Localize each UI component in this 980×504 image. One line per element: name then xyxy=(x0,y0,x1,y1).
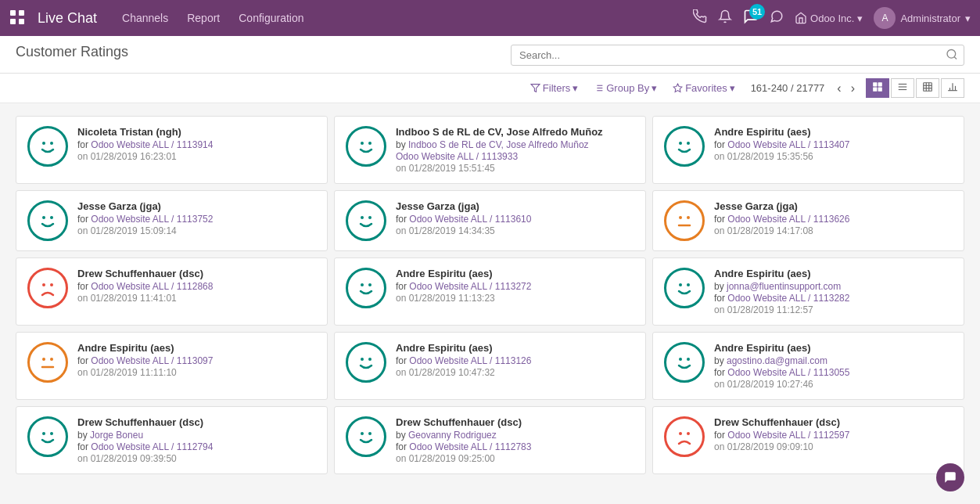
card-date: on 01/28/2019 11:12:57 xyxy=(714,304,953,315)
svg-point-47 xyxy=(679,283,682,286)
svg-point-31 xyxy=(50,142,53,145)
smiley-icon xyxy=(346,416,386,457)
rating-card[interactable]: Drew Schuffenhauer (dsc) for Odoo Websit… xyxy=(16,257,328,326)
card-link1[interactable]: Odoo Website ALL / 1113126 xyxy=(409,355,531,366)
rating-card[interactable]: Andre Espiritu (aes) for Odoo Website AL… xyxy=(16,332,328,400)
favorites-button[interactable]: Favorites ▾ xyxy=(666,80,741,96)
card-link2[interactable]: Odoo Website ALL / 1112794 xyxy=(91,441,213,452)
card-date: on 01/28/2019 11:11:10 xyxy=(77,367,316,378)
card-line1: for Odoo Website ALL / 1112868 xyxy=(77,281,316,292)
card-line1: for Odoo Website ALL / 1113407 xyxy=(714,139,953,150)
chart-view-button[interactable] xyxy=(941,78,964,98)
card-line1: by Indboo S de RL de CV, Jose Alfredo Mu… xyxy=(396,139,634,150)
card-name: Andre Espiritu (aes) xyxy=(396,268,634,279)
card-link2[interactable]: Odoo Website ALL / 1113933 xyxy=(396,151,518,162)
card-info: Jesse Garza (jga) for Odoo Website ALL /… xyxy=(77,200,316,236)
rating-card[interactable]: Drew Schuffenhauer (dsc) by Jorge Boneuf… xyxy=(16,406,328,474)
card-date: on 01/28/2019 15:35:56 xyxy=(714,151,953,162)
rating-card[interactable]: Andre Espiritu (aes) for Odoo Website AL… xyxy=(334,257,646,326)
card-date: on 01/28/2019 15:51:45 xyxy=(396,163,634,174)
card-link1[interactable]: agostino.da@gmail.com xyxy=(727,355,827,366)
phone-icon[interactable] xyxy=(693,9,707,27)
card-link1[interactable]: Geovanny Rodriguez xyxy=(408,430,497,441)
message-icon[interactable] xyxy=(770,9,784,27)
svg-point-46 xyxy=(368,283,372,286)
rating-card[interactable]: Andre Espiritu (aes) by agostino.da@gmai… xyxy=(652,332,964,400)
card-name: Andre Espiritu (aes) xyxy=(714,126,953,138)
card-date: on 01/28/2019 11:13:23 xyxy=(396,293,634,304)
menu-configuration[interactable]: Configuration xyxy=(239,12,303,24)
rating-card[interactable]: Jesse Garza (jga) for Odoo Website ALL /… xyxy=(334,190,646,251)
svg-point-59 xyxy=(368,432,372,435)
card-info: Andre Espiritu (aes) by agostino.da@gmai… xyxy=(714,342,953,390)
card-name: Drew Schuffenhauer (dsc) xyxy=(714,416,953,428)
subheader: Customer Ratings xyxy=(0,36,980,74)
user-menu[interactable]: A Administrator ▾ xyxy=(874,7,971,29)
svg-point-39 xyxy=(368,216,372,219)
card-link1[interactable]: Odoo Website ALL / 1113914 xyxy=(91,139,213,150)
search-input[interactable] xyxy=(511,45,964,66)
svg-point-36 xyxy=(42,216,45,219)
card-link1[interactable]: jonna@fluentinsupport.com xyxy=(727,281,841,292)
grid-icon[interactable] xyxy=(9,9,25,27)
rating-card[interactable]: Jesse Garza (jga) for Odoo Website ALL /… xyxy=(16,190,328,251)
card-info: Andre Espiritu (aes) by jonna@fluentinsu… xyxy=(714,268,953,315)
card-line1: for Odoo Website ALL / 1113097 xyxy=(77,355,316,366)
card-line1: for Odoo Website ALL / 1113626 xyxy=(714,214,953,225)
card-link1[interactable]: Odoo Website ALL / 1113752 xyxy=(91,214,213,225)
list-view-button[interactable] xyxy=(891,78,914,98)
svg-point-58 xyxy=(361,432,364,435)
card-line2: for Odoo Website ALL / 1112783 xyxy=(396,441,634,452)
search-bar xyxy=(511,45,964,66)
card-link2[interactable]: Odoo Website ALL / 1113282 xyxy=(727,293,849,304)
table-view-button[interactable] xyxy=(916,78,939,98)
card-name: Drew Schuffenhauer (dsc) xyxy=(77,268,316,279)
chat-fab[interactable] xyxy=(936,463,964,487)
card-link2[interactable]: Odoo Website ALL / 1113055 xyxy=(727,367,849,378)
rating-card[interactable]: Andre Espiritu (aes) by jonna@fluentinsu… xyxy=(652,257,964,326)
rating-card[interactable]: Drew Schuffenhauer (dsc) by Geovanny Rod… xyxy=(334,406,646,474)
card-link1[interactable]: Odoo Website ALL / 1113610 xyxy=(409,214,531,225)
card-name: Jesse Garza (jga) xyxy=(714,200,953,212)
smiley-icon xyxy=(664,268,705,308)
svg-rect-1 xyxy=(19,10,24,16)
card-link2[interactable]: Odoo Website ALL / 1112783 xyxy=(409,441,531,452)
card-line2: for Odoo Website ALL / 1113055 xyxy=(714,367,953,378)
rating-card[interactable]: Andre Espiritu (aes) for Odoo Website AL… xyxy=(652,116,964,184)
card-link1[interactable]: Odoo Website ALL / 1113407 xyxy=(727,139,849,150)
rating-card[interactable]: Drew Schuffenhauer (dsc) for Odoo Websit… xyxy=(652,406,964,474)
rating-card[interactable]: Jesse Garza (jga) for Odoo Website ALL /… xyxy=(652,190,964,251)
search-icon[interactable] xyxy=(946,48,958,63)
menu-report[interactable]: Report xyxy=(187,12,220,24)
card-link1[interactable]: Odoo Website ALL / 1113626 xyxy=(727,214,849,225)
card-link1[interactable]: Odoo Website ALL / 1113272 xyxy=(409,281,531,292)
smiley-icon xyxy=(664,200,705,241)
card-line2: for Odoo Website ALL / 1113282 xyxy=(714,293,953,304)
rating-card[interactable]: Andre Espiritu (aes) for Odoo Website AL… xyxy=(334,332,646,400)
smiley-icon xyxy=(664,416,705,457)
card-info: Drew Schuffenhauer (dsc) by Geovanny Rod… xyxy=(396,416,634,464)
rating-card[interactable]: Indboo S de RL de CV, Jose Alfredo Muñoz… xyxy=(334,116,646,184)
card-link1[interactable]: Indboo S de RL de CV, Jose Alfredo Muñoz xyxy=(408,139,589,150)
notification-wrap[interactable]: 51 xyxy=(743,9,759,27)
svg-point-43 xyxy=(42,283,45,286)
rating-card[interactable]: Nicoleta Tristan (ngh) for Odoo Website … xyxy=(16,116,328,184)
next-page-button[interactable]: › xyxy=(848,80,858,97)
smiley-icon xyxy=(27,268,68,308)
bell-icon[interactable] xyxy=(718,9,732,27)
card-link1[interactable]: Odoo Website ALL / 1112868 xyxy=(91,281,213,292)
filters-button[interactable]: Filters ▾ xyxy=(524,80,584,96)
svg-point-53 xyxy=(368,358,372,361)
kanban-view-button[interactable] xyxy=(866,78,889,98)
prev-page-button[interactable]: ‹ xyxy=(834,80,844,97)
smiley-icon xyxy=(27,126,68,167)
menu-channels[interactable]: Channels xyxy=(122,12,168,24)
svg-marker-13 xyxy=(673,84,682,92)
card-date: on 01/28/2019 10:27:46 xyxy=(714,379,953,390)
svg-point-55 xyxy=(687,358,690,361)
card-link1[interactable]: Jorge Boneu xyxy=(90,430,143,441)
card-link1[interactable]: Odoo Website ALL / 1113097 xyxy=(91,355,213,366)
card-link1[interactable]: Odoo Website ALL / 1112597 xyxy=(727,430,849,441)
company-switcher[interactable]: Odoo Inc. ▾ xyxy=(795,12,863,24)
groupby-button[interactable]: Group By ▾ xyxy=(587,80,663,96)
